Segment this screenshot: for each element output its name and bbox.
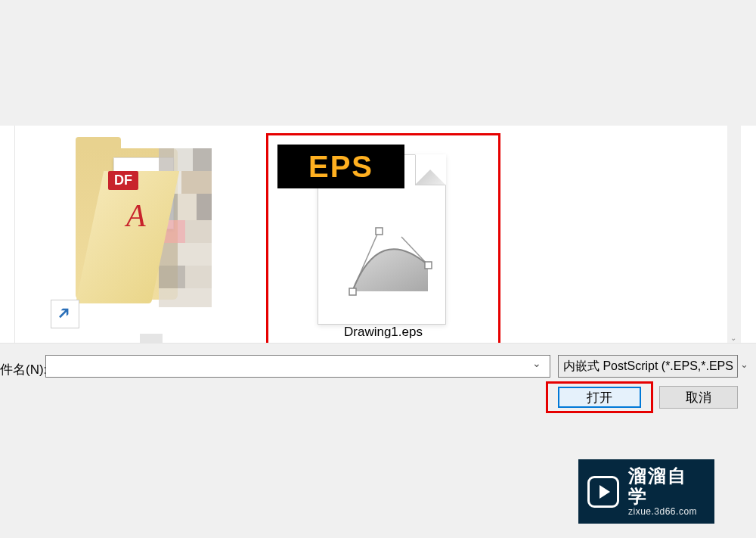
filetype-select[interactable]: 内嵌式 PostScript (*.EPS,*.EPS	[558, 355, 738, 378]
shortcut-overlay-icon: ➔	[51, 300, 79, 328]
page-fold-icon	[415, 155, 445, 185]
scrollbar-vertical[interactable]: ⌄	[727, 126, 741, 343]
filename-input[interactable]	[45, 355, 550, 378]
chevron-down-icon[interactable]: ⌄	[740, 359, 748, 370]
file-open-dialog: DF A	[0, 126, 756, 413]
file-name-label: Drawing1.eps	[268, 325, 498, 340]
svg-rect-3	[376, 228, 383, 235]
svg-rect-4	[425, 262, 432, 269]
watermark-title: 溜溜自学	[628, 466, 705, 506]
watermark-badge: 溜溜自学 zixue.3d66.com	[578, 459, 714, 524]
scrollbar-down-icon[interactable]: ⌄	[730, 334, 738, 341]
bezier-curve-icon	[337, 223, 435, 306]
file-browser-pane[interactable]: DF A	[14, 126, 741, 343]
pdf-badge-label: DF	[108, 171, 138, 190]
filetype-selected-value: 内嵌式 PostScript (*.EPS,*.EPS	[563, 359, 733, 372]
file-item-selected[interactable]: EPS	[266, 133, 500, 345]
play-icon	[587, 476, 619, 508]
eps-badge: EPS	[277, 145, 404, 188]
folder-item-pdf[interactable]: DF A	[34, 133, 208, 307]
open-button[interactable]: 打开	[558, 387, 641, 408]
highlight-frame: 打开	[546, 381, 653, 413]
svg-rect-2	[349, 288, 356, 295]
filename-label: 件名(N):	[0, 361, 47, 378]
folder-icon: DF A	[34, 133, 193, 307]
cancel-button[interactable]: 取消	[659, 386, 738, 409]
adobe-a-icon: A	[126, 197, 146, 234]
dialog-bottom-panel: 件名(N): ⌄ 内嵌式 PostScript (*.EPS,*.EPS ⌄ 打…	[0, 343, 756, 414]
watermark-url: zixue.3d66.com	[628, 506, 705, 517]
